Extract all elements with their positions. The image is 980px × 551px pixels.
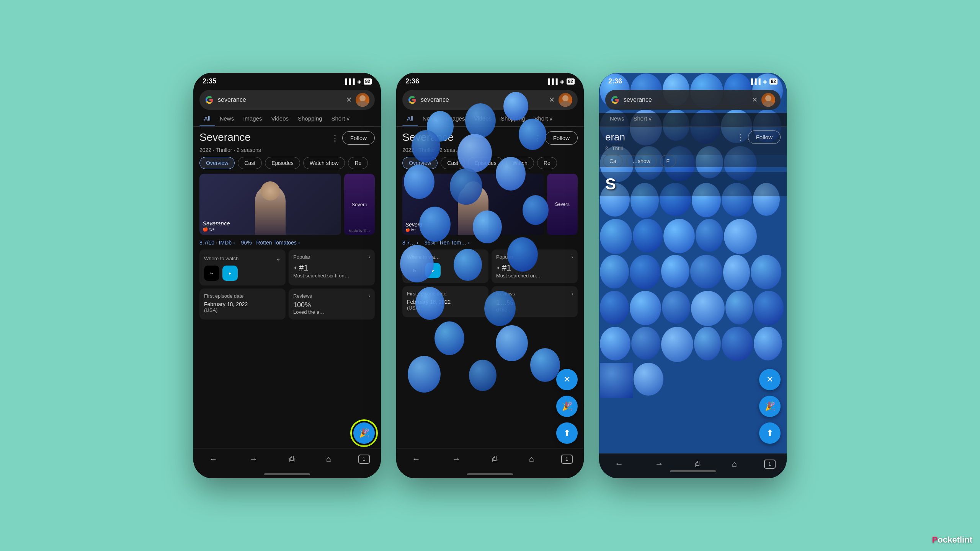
clear-search-1[interactable]: ✕ [346,96,352,104]
fab-close-3[interactable]: ✕ [759,369,781,390]
back-button-3[interactable]: ← [610,458,628,471]
pill-overview-2[interactable]: Overview [402,157,438,169]
first-episode-card-2: First episode date February 18, 2022 (US… [402,286,488,317]
svg-point-0 [359,95,366,101]
appletv-icon-2[interactable]: tv [407,263,422,278]
reviews-label-1: Reviews › [293,293,370,299]
fab-share-2[interactable]: ⬆ [556,422,578,444]
tab-videos-2[interactable]: Videos [469,113,496,124]
appletv-icon-1[interactable]: tv [204,266,219,281]
tab-videos-1[interactable]: Videos [266,113,293,124]
imdb-score-1[interactable]: 8.7/10 · IMDb › [199,240,235,246]
fab-party-3[interactable]: 🎉 [759,396,781,417]
b3-45 [722,327,753,361]
home-button-2[interactable]: ⌂ [524,453,539,466]
search-bar-3[interactable]: severance ✕ [605,90,781,110]
pill-re-2[interactable]: Re [537,157,557,169]
status-icons-1: ▐▐▐ ◈ 92 [343,78,372,85]
share-button-3[interactable]: ⎙ [691,458,705,471]
forward-button-1[interactable]: → [245,453,262,466]
where-to-watch-2[interactable]: Where to wa… tv ▶ [402,249,488,283]
fab-party-highlighted[interactable]: 🎉 [353,422,375,444]
fab-party-2[interactable]: 🎉 [556,396,578,417]
pill-watch-2[interactable]: Watch [506,157,534,169]
back-button-2[interactable]: ← [407,453,425,466]
partial-more-3[interactable]: ⋮ [737,132,745,142]
rt-score-1[interactable]: 96% · Rotten Tomatoes › [241,240,300,246]
clear-search-3[interactable]: ✕ [752,96,758,104]
popular-card-1[interactable]: Popular › ✦ #1 Most searched sci-fi on… [289,249,375,285]
partial-panel-3: eran ⋮ Follow 2 · Thrill [599,127,787,155]
tab-short-1[interactable]: Short v [327,113,354,124]
search-bar-2[interactable]: severance ✕ [402,90,578,110]
main-image-2[interactable]: Severa 🍎 tv+ [402,174,544,235]
scores-row-1: 8.7/10 · IMDb › 96% · Rotten Tomatoes › [199,240,375,246]
primevideo-icon-1[interactable]: ▶ [222,266,238,281]
more-button-1[interactable]: ⋮ [331,133,339,143]
tab-news-2[interactable]: News [418,113,442,124]
tab-news-1[interactable]: News [215,113,239,124]
home-button-3[interactable]: ⌂ [727,458,742,471]
follow-button-1[interactable]: Follow [342,131,375,145]
back-button-1[interactable]: ← [204,453,222,466]
pill-show-3[interactable]: …show [626,155,657,167]
s-letter-3: S [605,175,616,193]
tab-news-3[interactable]: News [605,113,629,124]
popular-card-2[interactable]: Popular› ✦ #1 Most searched on… [492,249,578,283]
primevideo-icon-2[interactable]: ▶ [425,263,441,278]
pill-watch-1[interactable]: Watch show [303,157,345,169]
pill-episodes-2[interactable]: Episodes [468,157,503,169]
reviews-card-1[interactable]: Reviews › 100% Loved the a… [289,289,375,320]
more-button-2[interactable]: ⋮ [534,133,542,143]
share-button-2[interactable]: ⎙ [488,453,502,466]
wifi-icon-3: ◈ [763,78,767,85]
tab-short-3[interactable]: Short v [629,113,657,124]
follow-button-2[interactable]: Follow [545,131,578,145]
tab-images-2[interactable]: Images [441,113,469,124]
tabs-button-1[interactable]: 1 [358,455,370,464]
share-button-1[interactable]: ⎙ [285,453,299,466]
fab-close-2[interactable]: ✕ [556,369,578,390]
follow-button-3[interactable]: Follow [748,130,781,144]
battery-icon-1: 92 [364,78,372,85]
share-icon-2: ⬆ [564,428,570,438]
rt-score-2[interactable]: 96% · Ren Tom… › [425,240,470,246]
where-text-2: Where to wa… [407,254,440,260]
pill-f-3[interactable]: F [660,155,676,167]
pill-ca-3[interactable]: Ca [603,155,623,167]
pill-overview-1[interactable]: Overview [199,157,235,169]
avatar-3[interactable] [761,93,775,107]
search-bar-1[interactable]: severance ✕ [199,90,375,110]
side-image-1[interactable]: Severa Music by Th... [344,174,375,235]
pill-cast-2[interactable]: Cast [441,157,465,169]
tab-shopping-1[interactable]: Shopping [293,113,327,124]
forward-button-2[interactable]: → [448,453,465,466]
where-chevron-1: ⌄ [275,254,281,262]
clear-search-2[interactable]: ✕ [549,96,555,104]
reviews-card-2[interactable]: Reviews› 1…% d the… [492,286,578,317]
home-button-1[interactable]: ⌂ [322,453,336,466]
imdb-score-2[interactable]: 8.7… › [402,240,418,246]
google-logo-3 [611,95,620,104]
tab-images-1[interactable]: Images [238,113,266,124]
tabs-button-3[interactable]: 1 [764,460,776,469]
tab-shopping-2[interactable]: Shopping [496,113,529,124]
tabs-button-2[interactable]: 1 [561,455,573,464]
forward-button-3[interactable]: → [650,458,668,471]
fab-share-3[interactable]: ⬆ [759,422,781,444]
pill-episodes-1[interactable]: Episodes [265,157,300,169]
pill-cast-1[interactable]: Cast [238,157,262,169]
avatar-1[interactable] [356,93,369,107]
status-icons-3: ▐▐▐ ◈ 92 [749,78,777,85]
phone-2: 2:36 ▐▐▐ ◈ 92 severance [396,73,584,478]
avatar-2[interactable] [559,93,572,107]
side-image-2[interactable]: Severa [547,174,578,235]
pill-re-1[interactable]: Re [348,157,368,169]
pocket-p: P [932,535,938,544]
tab-all-1[interactable]: All [199,113,215,124]
tab-all-2[interactable]: All [402,113,418,124]
tab-short-2[interactable]: Short v [529,113,557,124]
where-to-watch-1[interactable]: Where to watch ⌄ tv ▶ [199,249,286,285]
search-query-1: severance [218,96,342,103]
main-image-1[interactable]: Severance 🍎tv+ [199,174,341,235]
